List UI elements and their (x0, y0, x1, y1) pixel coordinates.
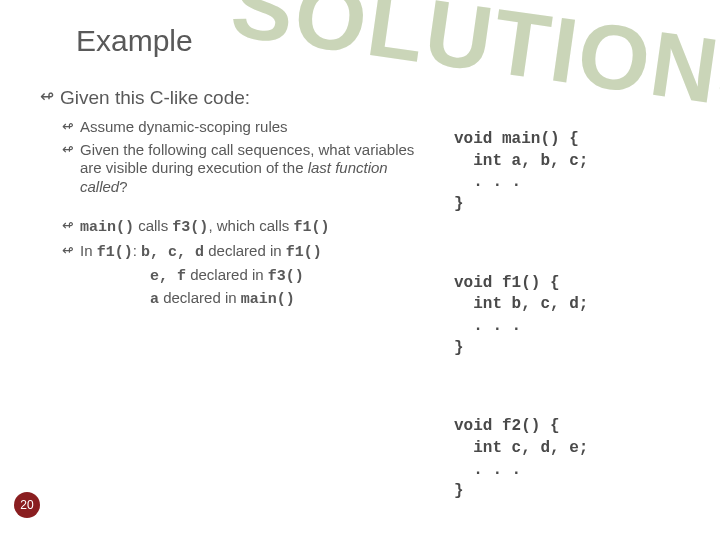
code-f3: f3() (172, 219, 208, 236)
heading-text: Given this C-like code: (60, 86, 250, 110)
answer-line2: e, f declared in f3() (150, 266, 430, 287)
code-vars: e, f (150, 268, 186, 285)
code-vars: a (150, 291, 159, 308)
t: calls (134, 217, 172, 234)
bullet-lvl2-answer: ↫ In f1(): b, c, d declared in f1() (62, 242, 430, 263)
page-number-badge: 20 (14, 492, 40, 518)
sub1-text: Assume dynamic-scoping rules (80, 118, 288, 137)
bullet-lvl2: ↫ Assume dynamic-scoping rules (62, 118, 430, 137)
bullet-icon: ↫ (62, 217, 74, 238)
bullet-icon: ↫ (62, 141, 74, 197)
left-column: ↫ Given this C-like code: ↫ Assume dynam… (40, 86, 430, 540)
t: : (133, 242, 141, 259)
code-f1: f1() (97, 244, 133, 261)
bullet-lvl2-call: ↫ main() calls f3(), which calls f1() (62, 217, 430, 238)
code-f1: f1() (286, 244, 322, 261)
code-main: main() (241, 291, 295, 308)
slide: SOLUTIONS Example ↫ Given this C-like co… (0, 0, 720, 540)
code-f2-block: void f2() { int c, d, e; . . . } (454, 416, 692, 502)
t: declared in (186, 266, 268, 283)
call-seq: main() calls f3(), which calls f1() (80, 217, 329, 238)
bullet-lvl2: ↫ Given the following call sequences, wh… (62, 141, 430, 197)
code-main-block: void main() { int a, b, c; . . . } (454, 129, 692, 215)
code-f1-block: void f1() { int b, c, d; . . . } (454, 273, 692, 359)
code-vars: b, c, d (141, 244, 204, 261)
page-title: Example (76, 24, 692, 58)
t: , which calls (208, 217, 293, 234)
bullet-icon: ↫ (62, 242, 74, 263)
code-f3: f3() (268, 268, 304, 285)
sub2-c: ? (119, 178, 127, 195)
bullet-lvl1: ↫ Given this C-like code: (40, 86, 430, 110)
sub2-text: Given the following call sequences, what… (80, 141, 430, 197)
code-main: main() (80, 219, 134, 236)
t: In (80, 242, 97, 259)
t: declared in (159, 289, 241, 306)
t: declared in (204, 242, 286, 259)
answer-line3: a declared in main() (150, 289, 430, 310)
answer-line1: In f1(): b, c, d declared in f1() (80, 242, 322, 263)
bullet-icon: ↫ (62, 118, 74, 137)
content-columns: ↫ Given this C-like code: ↫ Assume dynam… (40, 86, 692, 540)
right-column-code: void main() { int a, b, c; . . . } void … (454, 86, 692, 540)
code-f1: f1() (293, 219, 329, 236)
bullet-icon: ↫ (40, 86, 54, 110)
